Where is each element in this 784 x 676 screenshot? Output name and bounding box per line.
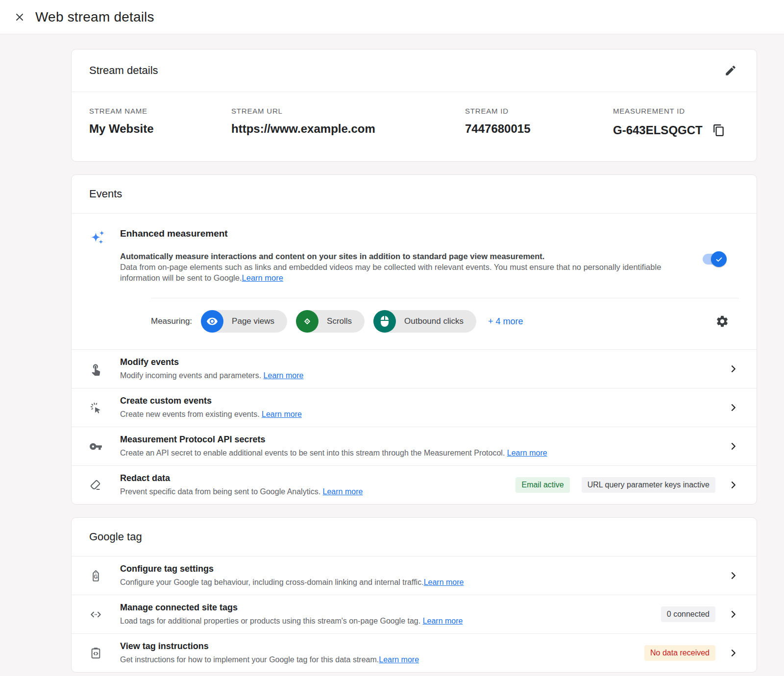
copy-measurement-id-button[interactable]: [710, 122, 727, 139]
learn-more-link[interactable]: Learn more: [262, 410, 302, 418]
stream-details-body: STREAM NAME My Website STREAM URL https:…: [72, 92, 757, 161]
chip-scrolls: Scrolls: [296, 310, 365, 333]
row-title: Manage connected site tags: [120, 603, 238, 612]
chevron-right-icon: [727, 363, 739, 375]
stream-name-value: My Website: [89, 122, 231, 136]
row-title: Configure tag settings: [120, 564, 214, 574]
enhanced-measurement-description: Automatically measure interactions and c…: [120, 251, 675, 283]
topbar: Web stream details: [0, 0, 784, 34]
chevron-right-icon: [727, 440, 739, 452]
more-chips-link[interactable]: + 4 more: [488, 316, 523, 327]
copy-icon: [712, 124, 725, 137]
page-title: Web stream details: [35, 9, 154, 25]
touch-icon: [89, 362, 102, 376]
eye-icon: [201, 310, 223, 333]
close-button[interactable]: [11, 8, 28, 26]
stream-name-label: STREAM NAME: [89, 107, 231, 115]
chevron-right-icon: [727, 647, 739, 659]
row-title: View tag instructions: [120, 641, 209, 651]
google-tag-header: Google tag: [72, 518, 757, 556]
stream-details-header: Stream details: [72, 49, 757, 92]
measurement-id-label: MEASUREMENT ID: [613, 107, 739, 115]
stream-url-field: STREAM URL https://www.example.com: [231, 107, 465, 139]
stream-details-title: Stream details: [89, 64, 158, 77]
code-tags-icon: [89, 608, 102, 621]
stream-id-value: 7447680015: [465, 122, 613, 136]
enhanced-measurement-section: Enhanced measurement Automatically measu…: [72, 213, 757, 349]
stream-id-field: STREAM ID 7447680015: [465, 107, 613, 139]
events-title: Events: [89, 188, 122, 200]
row-title: Modify events: [120, 357, 179, 367]
key-icon: [89, 440, 102, 453]
gear-icon: [715, 314, 729, 328]
scroll-diamond-icon: [296, 310, 318, 333]
learn-more-link[interactable]: Learn more: [423, 617, 463, 625]
svg-text:G: G: [94, 574, 98, 579]
row-redact-data[interactable]: Redact data Prevent specific data from b…: [72, 465, 757, 504]
events-card: Events Enhanced measurement Automaticall…: [71, 174, 757, 505]
row-title: Create custom events: [120, 396, 212, 406]
measurement-id-value: G-643ELSQGCT: [613, 123, 703, 137]
row-view-tag-instructions[interactable]: View tag instructions Get instructions f…: [72, 633, 757, 672]
learn-more-link[interactable]: Learn more: [379, 655, 419, 664]
chevron-right-icon: [727, 479, 739, 491]
events-header: Events: [72, 175, 757, 213]
measuring-row: Measuring: Page views: [151, 298, 739, 337]
stream-details-card: Stream details STREAM NAME My Website ST…: [71, 49, 757, 162]
enhanced-learn-more-link[interactable]: Learn more: [242, 273, 283, 282]
chip-page-views: Page views: [201, 310, 287, 333]
chevron-right-icon: [727, 608, 739, 620]
measurement-id-field: MEASUREMENT ID G-643ELSQGCT: [613, 107, 739, 139]
measuring-label: Measuring:: [151, 316, 192, 326]
connected-count-badge: 0 connected: [661, 606, 715, 622]
learn-more-link[interactable]: Learn more: [264, 371, 304, 380]
stream-url-label: STREAM URL: [231, 107, 465, 115]
sparkle-icon: [89, 228, 120, 337]
row-measurement-protocol-api-secrets[interactable]: Measurement Protocol API secrets Create …: [72, 427, 757, 465]
toggle-knob: [711, 251, 727, 267]
learn-more-link[interactable]: Learn more: [323, 487, 363, 496]
enhanced-measurement-title: Enhanced measurement: [120, 228, 739, 239]
measurement-settings-button[interactable]: [713, 313, 731, 330]
google-tag-title: Google tag: [89, 531, 142, 543]
learn-more-link[interactable]: Learn more: [424, 578, 464, 586]
enhanced-measurement-toggle[interactable]: [703, 254, 725, 265]
cursor-sparkle-icon: [89, 401, 102, 414]
stream-id-label: STREAM ID: [465, 107, 613, 115]
row-manage-connected-site-tags[interactable]: Manage connected site tags Load tags for…: [72, 595, 757, 633]
url-query-inactive-badge: URL query parameter keys inactive: [582, 477, 715, 493]
google-tag-card: Google tag G Configure tag settings Conf…: [71, 517, 757, 673]
row-create-custom-events[interactable]: Create custom events Create new events f…: [72, 388, 757, 427]
web-stream-details-page: Web stream details Stream details STREAM…: [0, 0, 784, 676]
stream-name-field: STREAM NAME My Website: [89, 107, 231, 139]
row-modify-events[interactable]: Modify events Modify incoming events and…: [72, 349, 757, 388]
close-icon: [14, 11, 25, 23]
edit-stream-button[interactable]: [722, 62, 739, 79]
row-title: Redact data: [120, 473, 170, 483]
chevron-right-icon: [727, 570, 739, 581]
chevron-right-icon: [727, 402, 739, 413]
eraser-icon: [89, 479, 102, 492]
row-configure-tag-settings[interactable]: G Configure tag settings Configure your …: [72, 556, 757, 595]
row-title: Measurement Protocol API secrets: [120, 435, 265, 444]
clipboard-code-icon: [89, 647, 102, 660]
stream-url-value: https://www.example.com: [231, 122, 465, 136]
pencil-icon: [724, 64, 737, 77]
chip-outbound-clicks: Outbound clicks: [373, 310, 476, 333]
no-data-received-badge: No data received: [644, 645, 715, 661]
content: Stream details STREAM NAME My Website ST…: [0, 34, 784, 676]
learn-more-link[interactable]: Learn more: [507, 449, 547, 457]
mouse-icon: [373, 310, 396, 333]
google-tag-icon: G: [89, 569, 102, 582]
email-active-badge: Email active: [515, 477, 569, 493]
